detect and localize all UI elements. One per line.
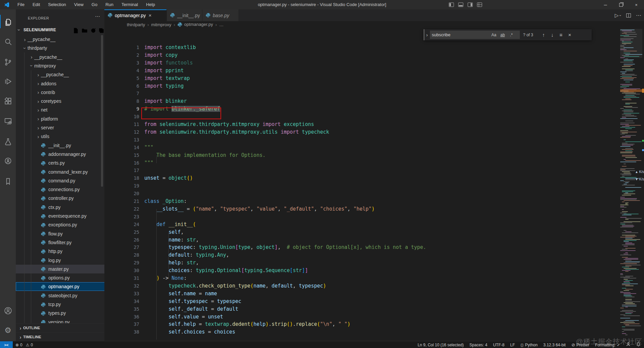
bookmarks-icon[interactable] bbox=[0, 173, 16, 190]
tree-item-mitmproxy[interactable]: ›mitmproxy bbox=[16, 61, 104, 70]
tree-item-command.py[interactable]: command.py bbox=[16, 176, 104, 185]
restore-button[interactable] bbox=[613, 0, 629, 9]
outline-section[interactable]: ›OUTLINE bbox=[16, 323, 104, 332]
search-icon[interactable] bbox=[0, 33, 16, 51]
breadcrumb-item[interactable]: thirdparty bbox=[127, 22, 145, 27]
tab-base.py[interactable]: base.py bbox=[202, 9, 239, 21]
tree-item-http.py[interactable]: http.py bbox=[16, 247, 104, 256]
tree-item-optmanager.py[interactable]: optmanager.py bbox=[16, 282, 104, 291]
more-actions-icon[interactable]: ⋯ bbox=[636, 12, 641, 18]
code-editor[interactable]: 1import contextlib2import copy3import fu… bbox=[104, 28, 620, 341]
breadcrumb-item[interactable]: optmanager.py bbox=[178, 22, 213, 28]
tree-item-types.py[interactable]: types.py bbox=[16, 309, 104, 317]
status-utf-8[interactable]: UTF-8 bbox=[493, 343, 504, 347]
menu-edit[interactable]: Edit bbox=[29, 0, 44, 9]
run-dropdown-icon[interactable]: › bbox=[618, 15, 623, 16]
status-spaces-4[interactable]: Spaces: 4 bbox=[469, 343, 487, 347]
find-input[interactable] bbox=[430, 32, 490, 38]
minimize-button[interactable]: ─ bbox=[598, 0, 613, 9]
previous-match-icon[interactable]: ↑ bbox=[539, 32, 548, 38]
tree-item-platform[interactable]: ›platform bbox=[16, 115, 104, 123]
explorer-more-actions[interactable]: ⋯ bbox=[95, 13, 100, 19]
live-share-icon[interactable] bbox=[0, 152, 16, 170]
extensions-icon[interactable] bbox=[0, 92, 16, 110]
status-ln-9-col-10-16-selected[interactable]: Ln 9, Col 10 (16 selected) bbox=[417, 343, 463, 347]
tree-item-stateobject.py[interactable]: stateobject.py bbox=[16, 291, 104, 300]
tree-item-certs.py[interactable]: certs.py bbox=[16, 159, 104, 167]
customize-layout-icon[interactable] bbox=[477, 2, 483, 7]
tree-item-__pycache__[interactable]: ›__pycache__ bbox=[16, 53, 104, 61]
toggle-panel-icon[interactable] bbox=[458, 2, 464, 7]
tree-item-net[interactable]: ›net bbox=[16, 105, 104, 114]
menu-help[interactable]: Help bbox=[142, 0, 159, 9]
breadcrumb-item[interactable]: … bbox=[219, 22, 224, 27]
tree-item-contrib[interactable]: ›contrib bbox=[16, 88, 104, 97]
run-debug-icon[interactable] bbox=[0, 73, 16, 90]
settings-gear-icon[interactable]: ⚙ bbox=[0, 321, 16, 339]
tree-item-flowfilter.py[interactable]: flowfilter.py bbox=[16, 238, 104, 247]
status-lf[interactable]: LF bbox=[510, 343, 515, 347]
tree-item-server[interactable]: ›server bbox=[16, 123, 104, 132]
toggle-secondary-sidebar-icon[interactable] bbox=[467, 2, 473, 7]
collapse-folders-icon[interactable] bbox=[98, 28, 104, 34]
breadcrumb-item[interactable]: mitmproxy bbox=[151, 22, 171, 27]
tree-item-ctx.py[interactable]: ctx.py bbox=[16, 203, 104, 212]
toggle-replace-chevron-icon[interactable]: › bbox=[426, 32, 428, 38]
tree-item-options.py[interactable]: options.py bbox=[16, 273, 104, 282]
problems-status[interactable]: ⊗0 ⚠0 bbox=[15, 341, 33, 348]
tree-item-controller.py[interactable]: controller.py bbox=[16, 194, 104, 203]
tree-item-tcp.py[interactable]: tcp.py bbox=[16, 300, 104, 309]
tree-item-__pycache__[interactable]: ›__pycache__ bbox=[16, 70, 104, 79]
tree-item-connections.py[interactable]: connections.py bbox=[16, 185, 104, 194]
menu-go[interactable]: Go bbox=[88, 0, 101, 9]
new-file-icon[interactable] bbox=[73, 28, 79, 34]
tree-item-thirdparty[interactable]: ›thirdparty bbox=[16, 44, 104, 52]
tree-item-__init__.py[interactable]: __init__.py bbox=[16, 141, 104, 150]
run-python-file-button[interactable]: ▷ bbox=[615, 12, 619, 18]
tree-item-__pycache__[interactable]: ›__pycache__ bbox=[16, 35, 104, 44]
tree-item-master.py[interactable]: master.py bbox=[16, 265, 104, 273]
close-tab-icon[interactable]: × bbox=[149, 12, 152, 18]
tree-item-utils[interactable]: ›utils bbox=[16, 132, 104, 141]
menu-view[interactable]: View bbox=[70, 0, 88, 9]
whole-word-icon[interactable]: ab bbox=[498, 33, 507, 37]
regex-icon[interactable]: .* bbox=[507, 33, 516, 37]
menu-selection[interactable]: Selection bbox=[44, 0, 70, 9]
remote-indicator[interactable]: >< bbox=[0, 341, 13, 348]
menu-terminal[interactable]: Terminal bbox=[117, 0, 142, 9]
new-folder-icon[interactable] bbox=[82, 28, 88, 34]
toggle-sidebar-icon[interactable] bbox=[448, 2, 454, 7]
tree-item-addonmanager.py[interactable]: addonmanager.py bbox=[16, 150, 104, 159]
menu-run[interactable]: Run bbox=[101, 0, 117, 9]
sidebar-scrollbar[interactable] bbox=[101, 35, 103, 187]
menu-file[interactable]: File bbox=[13, 0, 29, 9]
account-icon[interactable] bbox=[0, 302, 16, 319]
tree-item-version.py[interactable]: version.py bbox=[16, 318, 104, 323]
minimap[interactable] bbox=[620, 29, 642, 339]
tree-item-addons[interactable]: ›addons bbox=[16, 79, 104, 88]
close-button[interactable]: × bbox=[629, 0, 644, 9]
match-case-icon[interactable]: Aa bbox=[490, 33, 498, 37]
tab-optmanager.py[interactable]: optmanager.py× bbox=[104, 9, 167, 21]
tree-item-command_lexer.py[interactable]: command_lexer.py bbox=[16, 168, 104, 176]
remote-explorer-icon[interactable] bbox=[0, 113, 16, 130]
explorer-icon[interactable] bbox=[0, 14, 16, 31]
find-widget-sash[interactable] bbox=[424, 29, 425, 40]
find-in-selection-icon[interactable]: ≡ bbox=[557, 32, 565, 38]
refresh-icon[interactable] bbox=[90, 28, 96, 34]
status-python[interactable]: {}Python bbox=[521, 343, 538, 347]
source-control-icon[interactable] bbox=[0, 53, 16, 71]
tree-item-exceptions.py[interactable]: exceptions.py bbox=[16, 220, 104, 229]
close-find-icon[interactable]: × bbox=[565, 32, 574, 38]
tab-__init__.py[interactable]: __init__.py bbox=[167, 9, 202, 21]
split-editor-icon[interactable] bbox=[626, 13, 631, 18]
tree-item-coretypes[interactable]: ›coretypes bbox=[16, 97, 104, 105]
tree-item-flow.py[interactable]: flow.py bbox=[16, 229, 104, 238]
indent-guide bbox=[168, 232, 169, 278]
next-match-icon[interactable]: ↓ bbox=[548, 32, 557, 38]
tree-item-eventsequence.py[interactable]: eventsequence.py bbox=[16, 212, 104, 220]
tree-item-log.py[interactable]: log.py bbox=[16, 256, 104, 265]
timeline-section[interactable]: ›TIMELINE bbox=[16, 332, 104, 341]
status-3-12-3-64-bit[interactable]: 3.12.3 64-bit bbox=[543, 343, 566, 347]
testing-icon[interactable] bbox=[0, 133, 16, 150]
